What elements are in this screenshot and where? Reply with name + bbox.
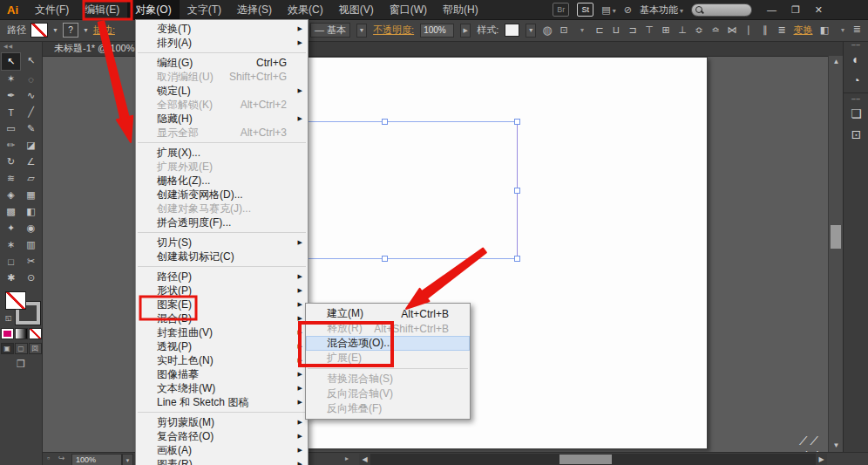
menu-bar-item-6[interactable]: 效果(C) [280, 0, 331, 19]
rectangle-tool[interactable]: ▭ [1, 120, 21, 137]
paintbrush-tool[interactable]: ✎ [21, 120, 41, 137]
scroll-left-icon[interactable]: ◀ [359, 454, 370, 465]
object-menu-item-25[interactable]: 文本绕排(W)▶ [136, 381, 308, 395]
mesh-tool[interactable]: ▩ [1, 203, 21, 220]
blend-submenu-item-3[interactable]: 混合选项(O)... [306, 336, 470, 351]
vertical-scroll-thumb[interactable] [831, 225, 841, 249]
line-segment-tool[interactable]: ╱ [21, 104, 41, 120]
magic-wand-tool[interactable]: ✶ [1, 71, 21, 87]
object-menu-item-24[interactable]: 图像描摹▶ [136, 367, 308, 381]
gradient-tool[interactable]: ◧ [21, 203, 41, 220]
arrange-documents-icon[interactable]: ▤▾ [601, 4, 615, 16]
object-menu-item-7[interactable]: 隐藏(H)▶ [136, 112, 308, 126]
align-icon-5[interactable]: ⊞ [661, 24, 672, 36]
object-menu-item-5[interactable]: 锁定(L)▶ [136, 84, 308, 98]
horizontal-scrollbar[interactable]: ◀ ▶ [359, 454, 827, 465]
scroll-right-icon[interactable]: ▶ [816, 454, 827, 465]
recolor-artwork-icon[interactable]: ◍ [542, 24, 552, 37]
export-icon[interactable]: ↪ [58, 454, 65, 462]
anchor-point[interactable] [382, 256, 388, 262]
draw-inside-button[interactable]: 回 [29, 343, 42, 354]
stroke-dropdown-icon[interactable]: ▼ [83, 27, 89, 33]
anchor-point[interactable] [514, 188, 520, 194]
blend-submenu-item-1[interactable]: 建立(M)Alt+Ctrl+B [306, 306, 470, 321]
fill-color-well[interactable] [5, 291, 26, 310]
align-icon-2[interactable]: ⊔ [611, 24, 622, 36]
column-graph-tool[interactable]: ▥ [21, 236, 41, 253]
stroke-swatch[interactable]: ? [63, 23, 78, 38]
pencil-tool[interactable]: ✏ [1, 137, 21, 154]
menu-bar-item-9[interactable]: 帮助(H) [435, 0, 486, 19]
draw-behind-button[interactable]: ▢ [15, 343, 28, 354]
minimize-button[interactable]: — [767, 4, 776, 15]
stock-button[interactable]: St [577, 3, 593, 17]
object-menu-item-16[interactable]: 创建裁切标记(C) [136, 250, 308, 263]
object-menu-item-14[interactable]: 拼合透明度(F)... [136, 215, 308, 229]
pen-tool[interactable]: ✒ [1, 87, 21, 104]
align-icon-4[interactable]: ⊤ [644, 24, 655, 36]
menu-bar-item-7[interactable]: 视图(V) [331, 0, 382, 19]
symbol-sprayer-tool[interactable]: ∗ [1, 236, 21, 253]
align-icon-11[interactable]: ∥ [760, 24, 771, 36]
object-menu-item-26[interactable]: Line 和 Sketch 图稿▶ [136, 395, 308, 409]
brush-definition-dropdown[interactable]: — 基本 [310, 23, 350, 38]
eraser-tool[interactable]: ◪ [21, 137, 41, 154]
search-input[interactable] [691, 3, 752, 17]
slice-tool[interactable]: ✂ [21, 253, 41, 270]
selection-tool[interactable]: ↖ [1, 52, 21, 71]
direct-selection-tool[interactable]: ↖ [21, 52, 41, 69]
object-menu-item-18[interactable]: 形状(P)▶ [136, 284, 308, 297]
horizontal-scroll-thumb[interactable] [559, 455, 612, 464]
free-transform-tool[interactable]: ▱ [21, 170, 41, 187]
fill-dropdown-icon[interactable]: ▼ [52, 27, 58, 33]
align-icon-3[interactable]: ⊐ [627, 24, 639, 36]
align-icon-1[interactable]: ⊏ [594, 24, 606, 36]
opacity-dropdown-icon[interactable]: ▶ [460, 24, 471, 38]
color-button[interactable] [1, 328, 14, 339]
gradient-button[interactable] [15, 328, 28, 339]
restore-button[interactable]: ❐ [791, 4, 800, 16]
artboard-nav-icon[interactable]: ▫ [47, 454, 50, 462]
object-menu-item-15[interactable]: 切片(S)▶ [136, 236, 308, 250]
object-menu-item-17[interactable]: 路径(P)▶ [136, 270, 308, 284]
type-tool[interactable]: T [1, 104, 21, 120]
stroke-link[interactable]: 描边: [93, 24, 115, 37]
menu-bar-item-4[interactable]: 文字(T) [180, 0, 229, 19]
object-menu-item-1[interactable]: 变换(T)▶ [136, 22, 308, 36]
brush-dropdown-icon[interactable]: ▼ [356, 24, 367, 38]
object-menu-item-27[interactable]: 剪切蒙版(M)▶ [136, 415, 308, 429]
zoom-dropdown-icon[interactable]: ▼ [122, 454, 133, 465]
rotate-tool[interactable]: ↻ [1, 154, 21, 170]
anchor-point[interactable] [514, 119, 520, 125]
shape-properties-dropdown[interactable]: ◧▾ [819, 24, 849, 36]
bridge-button[interactable]: Br [553, 3, 569, 17]
style-dropdown-icon[interactable]: ▼ [526, 24, 536, 38]
eyedropper-tool[interactable]: ✦ [1, 220, 21, 236]
align-icon-8[interactable]: ≏ [710, 24, 722, 36]
opacity-value[interactable]: 100% [420, 24, 454, 38]
object-menu-item-3[interactable]: 编组(G)Ctrl+G [136, 56, 308, 70]
share-icon[interactable]: ⊘ [624, 4, 632, 16]
scroll-down-icon[interactable]: ▼ [829, 440, 844, 452]
menu-bar-item-5[interactable]: 选择(S) [229, 0, 280, 19]
object-menu-item-21[interactable]: 封套扭曲(V)▶ [136, 325, 308, 339]
object-menu-item-9[interactable]: 扩展(X)... [136, 146, 308, 160]
align-target-dropdown[interactable]: ⊡▾ [559, 24, 588, 36]
opacity-link[interactable]: 不透明度: [373, 24, 414, 37]
width-tool[interactable]: ≋ [1, 170, 21, 187]
transform-link[interactable]: 变换 [794, 24, 813, 37]
object-menu-item-20[interactable]: 混合(B)▶ [136, 311, 308, 325]
menu-bar-item-1[interactable]: 文件(F) [27, 0, 77, 19]
align-icon-9[interactable]: ⋈ [727, 24, 738, 36]
fill-swatch[interactable] [31, 23, 48, 38]
anchor-point[interactable] [514, 256, 520, 262]
curvature-tool[interactable]: ∿ [21, 87, 41, 104]
hand-tool[interactable]: ✱ [1, 270, 21, 286]
style-swatch[interactable] [505, 24, 519, 37]
perspective-grid-tool[interactable]: ▦ [21, 187, 41, 203]
screen-mode-button[interactable]: ❒ [0, 359, 42, 370]
tools-collapse-button[interactable]: ◀◀ [0, 41, 42, 52]
align-icon-6[interactable]: ⊥ [677, 24, 688, 36]
color-panel-icon[interactable]: ◐ [844, 49, 868, 70]
document-tab[interactable]: 未标题-1* @ 100% (R [42, 43, 147, 53]
